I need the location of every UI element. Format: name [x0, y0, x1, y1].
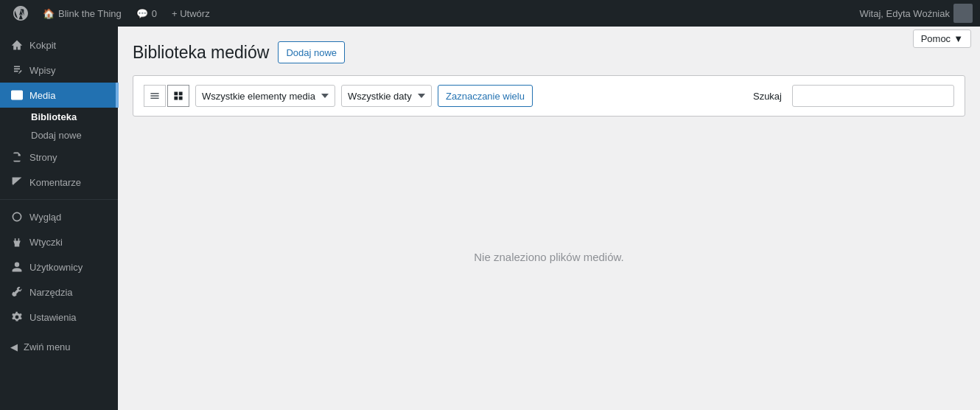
- admin-bar: 🏠 Blink the Thing 💬 0 + Utwórz Witaj, Ed…: [0, 0, 980, 27]
- sidebar-item-kokpit[interactable]: Kokpit: [0, 32, 118, 58]
- filter-date-select[interactable]: Wszystkie daty: [341, 85, 432, 107]
- help-button[interactable]: Pomoc ▼: [913, 29, 971, 48]
- sidebar-item-narzedzia[interactable]: Narzędzia: [0, 279, 118, 305]
- sidebar-label-kokpit: Kokpit: [29, 40, 56, 51]
- menu-separator-1: [0, 199, 118, 200]
- collapse-label: Zwiń menu: [24, 341, 71, 352]
- appearance-icon: [10, 210, 24, 223]
- media-toolbar: Wszystkie elementy media Wszystkie daty …: [133, 75, 965, 117]
- bulk-select-button[interactable]: Zaznaczanie wielu: [438, 85, 533, 107]
- users-icon: [10, 260, 24, 274]
- page-title: Biblioteka mediów: [133, 43, 269, 63]
- home-icon: 🏠: [43, 8, 55, 19]
- submenu-dodaj-nowe[interactable]: Dodaj nowe: [0, 126, 118, 145]
- add-new-button[interactable]: Dodaj nowe: [278, 41, 345, 63]
- help-bar: Pomoc ▼: [904, 27, 980, 51]
- tools-icon: [10, 285, 24, 299]
- sidebar-label-wpisy: Wpisy: [29, 65, 55, 76]
- sidebar-item-wyglad[interactable]: Wygląd: [0, 204, 118, 229]
- filter-media-select[interactable]: Wszystkie elementy media: [195, 85, 335, 107]
- chevron-down-icon: ▼: [953, 33, 963, 44]
- sidebar-label-media: Media: [29, 90, 55, 101]
- collapse-icon: ◀: [10, 341, 18, 352]
- wp-logo-button[interactable]: [7, 0, 34, 27]
- sidebar-label-komentarze: Komentarze: [29, 177, 81, 188]
- media-icon: [10, 88, 24, 102]
- media-container: Nie znaleziono plików mediów.: [133, 117, 965, 397]
- sidebar-label-narzedzia: Narzędzia: [29, 287, 73, 298]
- comments-icon: 💬: [136, 8, 148, 19]
- posts-icon: [10, 63, 24, 77]
- wp-logo-icon: [13, 6, 28, 21]
- sidebar-label-ustawienia: Ustawienia: [29, 312, 77, 323]
- empty-message: Nie znaleziono plików mediów.: [474, 251, 623, 263]
- avatar: [953, 4, 973, 23]
- grid-view-button[interactable]: [167, 85, 189, 107]
- create-button[interactable]: + Utwórz: [166, 0, 216, 27]
- sidebar: Kokpit Wpisy Media Biblioteka Dodaj nowe…: [0, 27, 118, 410]
- main-content: Pomoc ▼ Biblioteka mediów Dodaj nowe Wsz…: [118, 27, 980, 410]
- site-name-label: Blink the Thing: [58, 8, 122, 19]
- site-name-button[interactable]: 🏠 Blink the Thing: [37, 0, 127, 27]
- sidebar-label-wtyczki: Wtyczki: [29, 237, 63, 248]
- list-view-icon: [149, 90, 161, 102]
- sidebar-item-wpisy[interactable]: Wpisy: [0, 58, 118, 83]
- create-label: + Utwórz: [172, 8, 210, 19]
- adminbar-right: Witaj, Edyta Woźniak: [859, 4, 973, 23]
- sidebar-item-media[interactable]: Media: [0, 83, 118, 108]
- comments-count: 0: [152, 8, 157, 19]
- comments-sidebar-icon: [10, 176, 24, 189]
- submenu-biblioteka[interactable]: Biblioteka: [0, 108, 118, 126]
- view-toggle: [144, 85, 189, 107]
- list-view-button[interactable]: [144, 85, 166, 107]
- sidebar-item-komentarze[interactable]: Komentarze: [0, 170, 118, 195]
- pages-icon: [10, 150, 24, 164]
- collapse-menu-button[interactable]: ◀ Zwiń menu: [0, 336, 118, 358]
- sidebar-item-ustawienia[interactable]: Ustawienia: [0, 305, 118, 330]
- grid-view-icon: [172, 90, 184, 102]
- sidebar-item-strony[interactable]: Strony: [0, 145, 118, 170]
- plugins-icon: [10, 235, 24, 249]
- settings-icon: [10, 310, 24, 324]
- greeting-text: Witaj, Edyta Woźniak: [859, 8, 950, 19]
- sidebar-item-uzytkownicy[interactable]: Użytkownicy: [0, 254, 118, 279]
- wp-layout: Kokpit Wpisy Media Biblioteka Dodaj nowe…: [0, 27, 980, 410]
- search-input[interactable]: [792, 85, 954, 107]
- comments-button[interactable]: 💬 0: [130, 0, 163, 27]
- sidebar-label-wyglad: Wygląd: [29, 212, 61, 223]
- sidebar-label-uzytkownicy: Użytkownicy: [29, 262, 83, 273]
- sidebar-label-strony: Strony: [29, 152, 57, 163]
- sidebar-item-wtyczki[interactable]: Wtyczki: [0, 229, 118, 254]
- search-label: Szukaj: [753, 91, 782, 102]
- dashboard-icon: [10, 38, 24, 52]
- help-label: Pomoc: [921, 33, 951, 44]
- page-header: Biblioteka mediów Dodaj nowe: [133, 41, 965, 63]
